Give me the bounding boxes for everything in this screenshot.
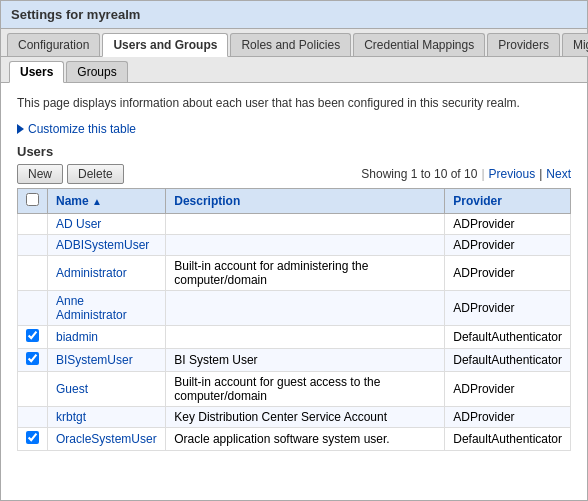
row-provider: ADProvider xyxy=(445,255,571,290)
row-provider: DefaultAuthenticator xyxy=(445,427,571,450)
row-provider: DefaultAuthenticator xyxy=(445,348,571,371)
table-row: OracleSystemUserOracle application softw… xyxy=(18,427,571,450)
sub-tab-groups[interactable]: Groups xyxy=(66,61,127,82)
row-checkbox-cell xyxy=(18,325,48,348)
row-name: Administrator xyxy=(48,255,166,290)
user-name-link[interactable]: biadmin xyxy=(56,330,98,344)
row-description xyxy=(166,290,445,325)
user-name-link[interactable]: OracleSystemUser xyxy=(56,432,157,446)
header-checkbox[interactable] xyxy=(18,188,48,213)
user-name-link[interactable]: Anne Administrator xyxy=(56,294,127,322)
table-row: GuestBuilt-in account for guest access t… xyxy=(18,371,571,406)
table-row: AdministratorBuilt-in account for admini… xyxy=(18,255,571,290)
row-provider: ADProvider xyxy=(445,290,571,325)
user-name-link[interactable]: Administrator xyxy=(56,266,127,280)
pagination: Showing 1 to 10 of 10 | Previous | Next xyxy=(361,167,571,181)
main-tab-bar: Configuration Users and Groups Roles and… xyxy=(1,29,587,57)
row-checkbox[interactable] xyxy=(26,431,39,444)
row-name: Guest xyxy=(48,371,166,406)
table-body: AD UserADProviderADBISystemUserADProvide… xyxy=(18,213,571,450)
header-name[interactable]: Name ▲ xyxy=(48,188,166,213)
row-checkbox-cell xyxy=(18,255,48,290)
page-description: This page displays information about eac… xyxy=(1,83,587,120)
row-provider: ADProvider xyxy=(445,213,571,234)
row-provider: DefaultAuthenticator xyxy=(445,325,571,348)
row-description: BI System User xyxy=(166,348,445,371)
row-checkbox-cell xyxy=(18,348,48,371)
delete-button[interactable]: Delete xyxy=(67,164,124,184)
separator2: | xyxy=(539,167,542,181)
tab-migration[interactable]: Migration xyxy=(562,33,588,56)
row-checkbox-cell xyxy=(18,427,48,450)
tab-configuration[interactable]: Configuration xyxy=(7,33,100,56)
toolbar-left: New Delete xyxy=(17,164,124,184)
previous-link[interactable]: Previous xyxy=(489,167,536,181)
users-table: Name ▲ Description Provider AD UserADPro… xyxy=(17,188,571,451)
row-checkbox-cell xyxy=(18,371,48,406)
tab-roles-and-policies[interactable]: Roles and Policies xyxy=(230,33,351,56)
row-description: Oracle application software system user. xyxy=(166,427,445,450)
row-name: krbtgt xyxy=(48,406,166,427)
user-name-link[interactable]: Guest xyxy=(56,382,88,396)
row-provider: ADProvider xyxy=(445,371,571,406)
users-section: Users New Delete Showing 1 to 10 of 10 |… xyxy=(1,144,587,500)
table-row: Anne AdministratorADProvider xyxy=(18,290,571,325)
table-row: biadminDefaultAuthenticator xyxy=(18,325,571,348)
row-description: Key Distribution Center Service Account xyxy=(166,406,445,427)
table-row: ADBISystemUserADProvider xyxy=(18,234,571,255)
row-checkbox-cell xyxy=(18,213,48,234)
window-title: Settings for myrealm xyxy=(11,7,140,22)
settings-window: Settings for myrealm Configuration Users… xyxy=(0,0,588,501)
toolbar: New Delete Showing 1 to 10 of 10 | Previ… xyxy=(17,164,571,184)
table-row: krbtgtKey Distribution Center Service Ac… xyxy=(18,406,571,427)
row-name: ADBISystemUser xyxy=(48,234,166,255)
row-checkbox[interactable] xyxy=(26,352,39,365)
row-description xyxy=(166,325,445,348)
row-name: Anne Administrator xyxy=(48,290,166,325)
separator: | xyxy=(481,167,484,181)
row-checkbox-cell xyxy=(18,234,48,255)
arrow-right-icon xyxy=(17,124,24,134)
new-button[interactable]: New xyxy=(17,164,63,184)
row-description: Built-in account for guest access to the… xyxy=(166,371,445,406)
customize-table-link[interactable]: Customize this table xyxy=(1,120,587,144)
showing-text: Showing 1 to 10 of 10 xyxy=(361,167,477,181)
row-name: OracleSystemUser xyxy=(48,427,166,450)
row-description xyxy=(166,213,445,234)
select-all-checkbox[interactable] xyxy=(26,193,39,206)
header-description[interactable]: Description xyxy=(166,188,445,213)
user-name-link[interactable]: BISystemUser xyxy=(56,353,133,367)
row-name: biadmin xyxy=(48,325,166,348)
table-row: BISystemUserBI System UserDefaultAuthent… xyxy=(18,348,571,371)
row-name: BISystemUser xyxy=(48,348,166,371)
row-description: Built-in account for administering the c… xyxy=(166,255,445,290)
row-name: AD User xyxy=(48,213,166,234)
row-checkbox[interactable] xyxy=(26,329,39,342)
user-name-link[interactable]: AD User xyxy=(56,217,101,231)
row-checkbox-cell xyxy=(18,406,48,427)
sort-arrow-icon: ▲ xyxy=(92,196,102,207)
header-provider[interactable]: Provider xyxy=(445,188,571,213)
tab-credential-mappings[interactable]: Credential Mappings xyxy=(353,33,485,56)
table-row: AD UserADProvider xyxy=(18,213,571,234)
row-provider: ADProvider xyxy=(445,234,571,255)
row-description xyxy=(166,234,445,255)
table-header-row: Name ▲ Description Provider xyxy=(18,188,571,213)
tab-providers[interactable]: Providers xyxy=(487,33,560,56)
title-bar: Settings for myrealm xyxy=(1,1,587,29)
user-name-link[interactable]: krbtgt xyxy=(56,410,86,424)
next-link[interactable]: Next xyxy=(546,167,571,181)
row-provider: ADProvider xyxy=(445,406,571,427)
sub-tab-bar: Users Groups xyxy=(1,57,587,83)
content-area: Users Groups This page displays informat… xyxy=(1,57,587,500)
user-name-link[interactable]: ADBISystemUser xyxy=(56,238,149,252)
row-checkbox-cell xyxy=(18,290,48,325)
section-title: Users xyxy=(17,144,571,159)
tab-users-and-groups[interactable]: Users and Groups xyxy=(102,33,228,57)
sub-tab-users[interactable]: Users xyxy=(9,61,64,83)
